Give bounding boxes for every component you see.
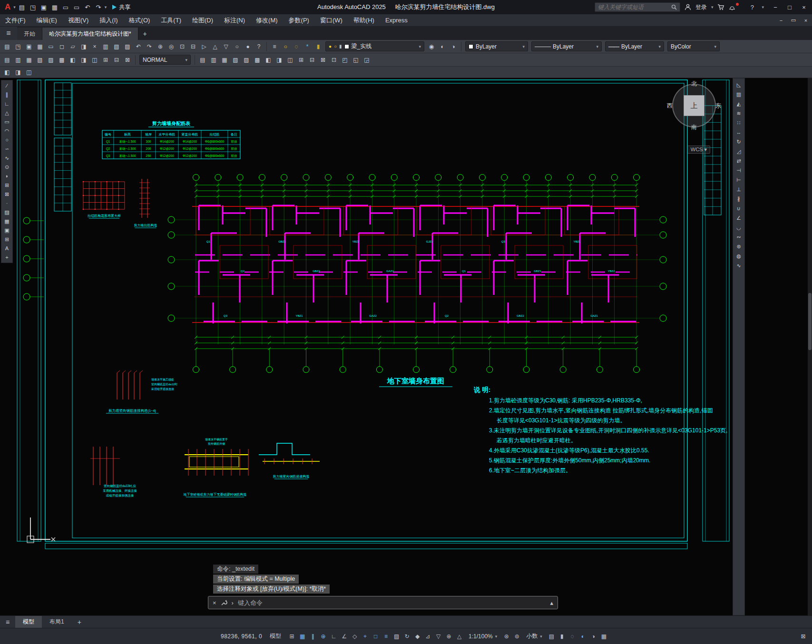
trim-icon[interactable]: ⊣ [734,166,744,174]
search-box[interactable] [595,2,680,12]
gradient-icon[interactable]: ▦ [2,217,11,225]
dim-arc-icon[interactable]: ▦ [219,55,230,65]
layer-isolate-icon[interactable]: ◌ [291,41,302,52]
erase-icon[interactable]: ◺ [734,81,744,88]
qnew-icon[interactable]: ▤ [2,41,12,52]
point-style-icon[interactable]: ▤ [2,55,12,65]
new-file-icon[interactable]: ▤ [17,2,27,12]
quick-properties-icon[interactable]: ▤ [547,631,557,641]
dim-continue-icon[interactable]: ⊞ [296,55,306,65]
dim-angular-icon[interactable]: ◧ [263,55,274,65]
design-center-icon[interactable]: △ [210,41,220,52]
3d-views-icon[interactable]: ◧ [68,55,78,65]
menu-item-8[interactable]: 修改(M) [251,16,283,25]
rectangle-icon[interactable]: ▭ [2,118,11,126]
stretch-icon[interactable]: ⇄ [734,157,744,165]
lineweight-control-combo[interactable]: —— ByLayer ▾ [605,41,664,51]
login-caret-icon[interactable]: ▾ [711,5,714,10]
copy-icon[interactable]: ▥ [734,90,744,98]
menu-item-7[interactable]: 标注(N) [219,16,250,25]
multiline-style-icon[interactable]: ▥ [13,55,23,65]
save-all-icon[interactable]: ▦ [35,41,45,52]
save-icon[interactable]: ▣ [39,2,49,12]
hatch-icon[interactable]: ▨ [2,208,11,216]
help-icon[interactable]: ? [747,2,757,12]
dim-aligned-icon[interactable]: ▥ [208,55,219,65]
3d-object-snap-icon[interactable]: ◆ [412,631,422,641]
viewcube[interactable]: 北 南 西 东 上 [669,81,719,130]
explode-icon[interactable]: ⊛ [734,243,744,250]
mirror-icon[interactable]: ◭ [734,100,744,107]
quick-dimension-icon[interactable]: ◨ [274,55,284,65]
draworder-front-icon[interactable]: ◧ [2,67,12,78]
viewcube-south-label[interactable]: 南 [691,123,697,131]
match-properties-icon[interactable]: ▨ [122,41,133,52]
redo-icon[interactable]: ↷ [144,41,155,52]
save-as-icon[interactable]: ▦ [49,2,60,12]
arc-icon[interactable]: ◠ [2,127,11,135]
construction-line-icon[interactable]: ∥ [2,91,11,98]
add-selected-icon[interactable]: + [2,254,11,261]
join-icon[interactable]: ∪ [734,205,744,212]
plot-style-combo[interactable]: ByColor ▾ [667,41,720,51]
thickness-icon[interactable]: ▧ [35,55,45,65]
search-input[interactable] [598,4,668,10]
rotate-icon[interactable]: ↻ [734,138,744,146]
tolerance-icon[interactable]: ⊡ [329,55,339,65]
dynamic-ucs-icon[interactable]: ⊿ [423,631,433,641]
pan-realtime-icon[interactable]: ⊕ [155,41,166,52]
dim-baseline-icon[interactable]: ◫ [285,55,295,65]
3d-dwf-icon[interactable]: ◨ [78,41,89,52]
share-button[interactable]: 共享 [112,3,130,11]
menu-item-10[interactable]: 窗口(W) [315,16,348,25]
extend-icon[interactable]: ⊢ [734,176,744,184]
dim-linear-icon[interactable]: ▤ [197,55,208,65]
center-mark-icon[interactable]: ◰ [340,55,350,65]
chamfer-icon[interactable]: ∠ [734,214,744,222]
plot-icon[interactable]: ▭ [71,2,82,12]
new-drawing-tab-button[interactable]: + [138,28,152,40]
units-icon[interactable]: ▦ [24,55,34,65]
search-icon[interactable] [671,4,677,10]
table-icon[interactable]: ⊞ [2,235,11,243]
edit-polyline-icon[interactable]: ∿ [734,262,744,269]
menu-item-11[interactable]: 帮助(H) [348,16,380,25]
layer-off-icon[interactable]: ○ [280,41,291,52]
tab-layout1[interactable]: 布局1 [42,616,72,628]
plot-preview-icon[interactable]: ◻ [57,41,67,52]
named-views-icon[interactable]: ▩ [57,55,67,65]
quick-access-caret-icon[interactable]: ▾ [105,5,107,10]
grid-icon[interactable]: ⊞ [287,631,297,641]
layer-freeze-icon[interactable]: * [302,41,313,52]
menu-item-6[interactable]: 绘图(D) [187,16,218,25]
selection-filtering-icon[interactable]: ▽ [433,631,443,641]
layout-menu-icon[interactable]: ≡ [0,618,15,626]
line-icon[interactable]: ∕ [2,82,11,89]
isolate-objects-icon[interactable]: ◌ [567,631,577,641]
visual-styles-icon[interactable]: ◨ [78,55,89,65]
new-layout-button[interactable]: + [72,618,87,626]
drawing-canvas[interactable]: Q1Q2Q3GBZ1GBZ2YBZ1YBZ2GAZ1GAZ2GJZ1Q1Q2Q3… [0,78,812,615]
zoom-window-icon[interactable]: ⊡ [177,41,187,52]
draworder-back-icon[interactable]: ◨ [13,67,23,78]
copy-icon[interactable]: ▥ [100,41,111,52]
paste-icon[interactable]: ▧ [111,41,122,52]
doc-minimize-button[interactable]: − [775,14,787,27]
transparency-icon[interactable]: ▨ [391,631,401,641]
scale-icon[interactable]: ◿ [734,147,744,155]
move-icon[interactable]: ↔ [734,128,744,136]
text-style-manager-icon[interactable]: ⊞ [100,55,111,65]
snap-icon[interactable]: ▦ [297,631,307,641]
help-icon[interactable]: ? [254,41,264,52]
dim-space-icon[interactable]: ⊟ [307,55,317,65]
layer-lock-icon[interactable]: ▮ [313,41,323,52]
table-style-icon[interactable]: ⊠ [122,55,133,65]
multiline-text-icon[interactable]: A [2,244,11,252]
units-stack-icon[interactable]: ▦ [599,631,609,641]
lineweight-display-icon[interactable]: ≡ [381,631,391,641]
fillet-icon[interactable]: ◡ [734,224,744,231]
isometric-drafting-icon[interactable]: ◇ [350,631,360,641]
customize-wrench-icon[interactable] [221,599,227,606]
infer-constraints-icon[interactable]: ∥ [308,631,318,641]
hardware-acceleration-icon[interactable]: ◐ [578,631,588,641]
